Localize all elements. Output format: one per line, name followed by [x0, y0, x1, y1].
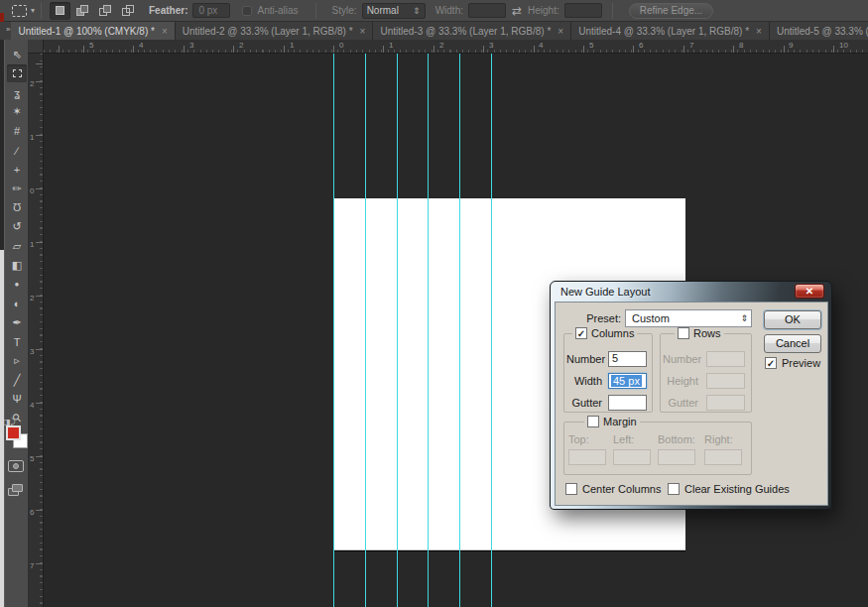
cancel-button[interactable]: Cancel: [764, 334, 821, 353]
rectangular-marquee-tool-icon: [13, 69, 22, 77]
ruler-number: 7: [30, 561, 34, 570]
new-selection-button[interactable]: [50, 2, 70, 20]
tools-panel-collapse-chevron[interactable]: »: [0, 22, 11, 40]
rows-height-input: [706, 373, 745, 389]
margin-checkbox[interactable]: ✓: [587, 416, 599, 427]
rows-height-label: Height: [663, 375, 698, 387]
divider: [612, 3, 613, 19]
width-input[interactable]: [468, 3, 506, 18]
hand-tool-icon: Ψ: [12, 393, 21, 405]
columns-gutter-input[interactable]: [608, 395, 647, 411]
swap-width-height-icon[interactable]: ⇄: [512, 4, 522, 18]
ruler-number: 2: [439, 41, 443, 50]
ruler-number: 2: [30, 294, 34, 303]
style-select[interactable]: Normal ⇕: [362, 3, 426, 19]
brush-tool-icon: ✏: [12, 182, 21, 195]
rectangular-marquee-tool-button[interactable]: [7, 64, 27, 82]
style-label: Style:: [332, 5, 357, 16]
path-selection-tool-button[interactable]: ▹: [7, 352, 27, 370]
guide-line[interactable]: [428, 54, 429, 607]
margin-bottom-input: [658, 449, 695, 465]
add-to-selection-icon: [76, 5, 89, 17]
pen-tool-button[interactable]: ✒: [7, 313, 27, 331]
columns-number-input[interactable]: 5: [608, 351, 647, 367]
preview-row: ✓ Preview: [765, 357, 820, 369]
close-tab-icon[interactable]: ×: [756, 26, 762, 37]
preset-select[interactable]: Custom ⇕: [625, 309, 752, 327]
refine-edge-button[interactable]: Refine Edge...: [629, 3, 713, 19]
screen-mode-button[interactable]: [8, 484, 24, 497]
magic-wand-tool-button[interactable]: ✶: [7, 103, 27, 121]
rows-checkbox[interactable]: ✓: [678, 327, 689, 339]
columns-width-input[interactable]: 45 px: [608, 373, 647, 389]
ruler-number: 1: [389, 41, 393, 50]
subtract-from-selection-icon: [99, 5, 112, 17]
brush-tool-button[interactable]: ✏: [7, 180, 27, 197]
gradient-tool-icon: ◧: [12, 259, 22, 272]
clear-existing-guides-row: ✓ Clear Existing Guides: [668, 483, 790, 495]
center-columns-checkbox[interactable]: ✓: [565, 483, 577, 495]
ruler-number: 0: [339, 41, 343, 50]
tab-untitled-2[interactable]: Untitled-2 @ 33.3% (Layer 1, RGB/8) *×: [176, 22, 374, 40]
eyedropper-tool-icon: ∕: [16, 145, 18, 157]
feather-input[interactable]: 0 px: [192, 3, 230, 18]
eraser-tool-button[interactable]: ▱: [7, 237, 27, 255]
guide-line[interactable]: [365, 54, 366, 607]
type-tool-button[interactable]: T: [7, 333, 27, 351]
tab-untitled-1[interactable]: Untitled-1 @ 100% (CMYK/8) *×: [11, 22, 175, 40]
history-brush-tool-button[interactable]: ↺: [7, 218, 27, 236]
eyedropper-tool-button[interactable]: ∕: [7, 142, 27, 160]
guide-line[interactable]: [397, 54, 398, 607]
crop-tool-button[interactable]: #: [7, 122, 27, 140]
preset-label: Preset:: [579, 312, 621, 324]
columns-checkbox[interactable]: ✓: [575, 327, 587, 339]
lasso-tool-button[interactable]: ʓ: [7, 84, 27, 102]
quick-mask-icon: [13, 463, 19, 469]
tab-untitled-4[interactable]: Untitled-4 @ 33.3% (Layer 1, RGB/8) *×: [571, 22, 770, 40]
margin-right-label: Right:: [704, 433, 740, 445]
guide-line[interactable]: [333, 54, 334, 607]
hand-tool-button[interactable]: Ψ: [7, 390, 27, 408]
columns-legend: ✓ Columns: [572, 327, 637, 339]
healing-brush-tool-button[interactable]: +: [7, 161, 27, 179]
divider: [315, 3, 316, 19]
quick-mask-mode-button[interactable]: [8, 460, 24, 472]
tab-untitled-5[interactable]: Untitled-5 @ 33.3% (Layer 1, RGB/8) *×: [770, 22, 868, 40]
subtract-from-selection-button[interactable]: [95, 2, 116, 20]
add-to-selection-button[interactable]: [72, 2, 93, 20]
close-tab-icon[interactable]: ×: [558, 26, 563, 37]
intersect-selection-button[interactable]: [118, 2, 139, 20]
lasso-tool-icon: ʓ: [14, 87, 20, 99]
tab-title: Untitled-3 @ 33.3% (Layer 1, RGB/8) *: [380, 26, 551, 37]
updown-arrows-icon: ⇕: [413, 6, 421, 16]
guide-line[interactable]: [459, 54, 460, 607]
vertical-ruler[interactable]: 2101234567: [28, 54, 44, 607]
dialog-close-button[interactable]: ✕: [795, 284, 824, 299]
foreground-color-swatch[interactable]: [6, 425, 21, 440]
blur-tool-button[interactable]: ●: [7, 276, 27, 294]
horizontal-ruler[interactable]: 54321012345678910: [44, 40, 868, 54]
close-tab-icon[interactable]: ×: [360, 26, 366, 37]
tab-title: Untitled-1 @ 100% (CMYK/8) *: [18, 26, 154, 37]
tool-preset-picker[interactable]: ▾: [12, 5, 35, 17]
line-tool-button[interactable]: ╱: [7, 371, 27, 389]
ruler-number: 5: [89, 41, 93, 50]
style-value: Normal: [367, 5, 399, 16]
anti-alias-checkbox[interactable]: [242, 6, 252, 16]
dodge-tool-button[interactable]: ◐: [7, 295, 27, 312]
margin-right-input: [704, 449, 742, 465]
preview-checkbox[interactable]: ✓: [765, 357, 777, 369]
columns-number-label: Number: [566, 353, 602, 365]
move-tool-button[interactable]: ⇖: [7, 46, 27, 63]
gradient-tool-button[interactable]: ◧: [7, 256, 27, 274]
clone-stamp-tool-icon: Ω: [13, 201, 21, 213]
clear-existing-guides-checkbox[interactable]: ✓: [668, 483, 680, 495]
close-tab-icon[interactable]: ×: [162, 26, 168, 37]
columns-group: ✓ Columns Number 5 Width 45 px Gutter: [563, 333, 653, 413]
ok-button[interactable]: OK: [764, 310, 821, 329]
guide-line[interactable]: [491, 54, 492, 607]
options-bar: ▾ Feather: 0 px Anti-alias Style: Normal…: [0, 0, 868, 22]
tab-untitled-3[interactable]: Untitled-3 @ 33.3% (Layer 1, RGB/8) *×: [373, 22, 571, 40]
clone-stamp-tool-button[interactable]: Ω: [7, 198, 27, 216]
height-input[interactable]: [564, 3, 602, 18]
